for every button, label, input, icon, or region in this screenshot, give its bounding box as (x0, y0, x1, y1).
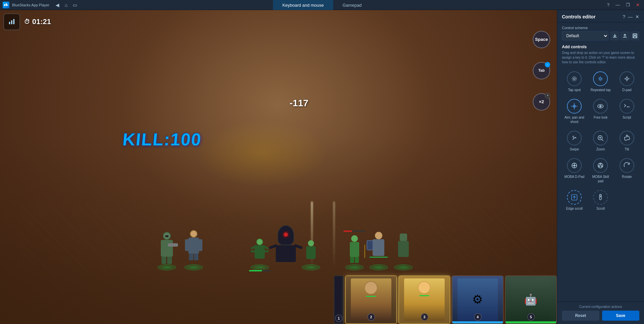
char-2 (183, 230, 204, 269)
enemy-2-platform (302, 264, 320, 270)
close-button[interactable]: ✕ (634, 2, 641, 8)
free-look-icon (593, 99, 608, 114)
enemy-3-legs (345, 257, 364, 263)
char-2-body (188, 238, 199, 254)
rotate-icon (620, 158, 634, 173)
tap-spot-icon (567, 71, 582, 86)
script-icon (620, 99, 634, 114)
player-shield-shield (367, 240, 373, 250)
card-1[interactable]: 1 (334, 275, 344, 324)
card-5-icon: 🤖 (524, 293, 537, 306)
enemy-1-arm-tl (251, 245, 257, 250)
control-aim-pan-shoot[interactable]: Aim, pan and shoot (562, 97, 587, 126)
enemy-1-platform (251, 264, 269, 270)
zoom-label: Zoom (596, 147, 605, 151)
card-3[interactable]: 3 (398, 275, 450, 324)
nav-window-button[interactable]: ▭ (71, 1, 79, 9)
control-scheme-select[interactable]: Default (562, 31, 608, 41)
nav-back-button[interactable]: ◀ (53, 1, 61, 9)
char-2-arm-l (185, 239, 189, 251)
enemy-3-hp-bar (343, 231, 365, 232)
controls-grid: Tap spot Repeated tap (562, 69, 639, 213)
minimize-button[interactable]: — (614, 2, 622, 8)
card-2[interactable]: 2 (345, 275, 397, 324)
card-5[interactable]: 🤖 5 (505, 275, 557, 324)
svg-point-37 (599, 166, 600, 167)
zoom-icon (593, 131, 608, 145)
char-1 (156, 232, 178, 269)
enemy-3-weapon (364, 245, 365, 258)
card-4[interactable]: ⚙ 4 (452, 275, 504, 324)
main-area: ⏱ 01:21 KILL:100 -117 Space Tab ○ ×2 ✕ (0, 10, 644, 324)
tab-bar-wrapper: Keyboard and mouse Gamepad (273, 0, 371, 11)
svg-rect-12 (626, 78, 628, 80)
control-moba-dpad[interactable]: MOBA D-Pad (562, 156, 587, 185)
control-moba-skill[interactable]: MOBA Skill pad (588, 156, 613, 185)
tap-spot-label: Tap spot (568, 88, 581, 92)
char-2-arm-r (198, 239, 202, 251)
svg-point-18 (574, 106, 575, 107)
add-controls-desc: Drag and drop an action on your game scr… (562, 51, 639, 65)
control-scroll[interactable]: Scroll (588, 188, 613, 213)
scheme-save-button[interactable] (631, 31, 639, 40)
controls-body: Control scheme Default (557, 22, 644, 301)
control-script[interactable]: Script (615, 97, 639, 126)
controls-minimize-icon[interactable]: — (628, 14, 633, 19)
char-1-leg-l (162, 257, 166, 264)
scheme-export-button[interactable] (621, 31, 629, 40)
energy-beam-2 (333, 202, 335, 269)
char-2-leg-l (189, 254, 193, 260)
reset-button[interactable]: Reset (562, 311, 599, 321)
svg-point-9 (573, 78, 575, 80)
svg-rect-0 (4, 4, 5, 6)
character-group-left (156, 230, 204, 269)
scheme-icons (610, 31, 639, 40)
boss-enemy (272, 225, 299, 269)
game-area[interactable]: ⏱ 01:21 KILL:100 -117 Space Tab ○ ×2 ✕ (0, 10, 557, 324)
aim-pan-shoot-label: Aim, pan and shoot (563, 115, 585, 124)
card-2-face (364, 281, 378, 295)
title-bar-left: BlueStacks App Player ◀ ⌂ ▭ (3, 1, 79, 9)
boss-arm-r (294, 244, 303, 249)
card-3-number: 3 (421, 313, 428, 321)
controls-close-icon[interactable]: ✕ (635, 14, 639, 19)
controls-footer: Current configuration actions Reset Save (557, 301, 644, 324)
save-button[interactable]: Save (602, 311, 640, 321)
control-edge-scroll[interactable]: Edge scroll (562, 188, 587, 213)
control-free-look[interactable]: Free look (588, 97, 613, 126)
footer-label: Current configuration actions (562, 305, 639, 309)
moba-dpad-icon (567, 158, 582, 173)
card-4-number: 4 (474, 313, 481, 321)
free-look-label: Free look (594, 115, 608, 120)
char-1-head (163, 232, 171, 240)
char-1-legs (156, 257, 178, 264)
boss-head (277, 225, 294, 245)
mech-platform (394, 264, 413, 270)
nav-home-button[interactable]: ⌂ (62, 1, 70, 9)
controls-help-icon[interactable]: ? (623, 14, 625, 19)
tab-gamepad[interactable]: Gamepad (333, 0, 371, 11)
control-rotate[interactable]: Rotate (615, 156, 639, 185)
card-4-hp-bar (452, 321, 503, 323)
svg-rect-8 (634, 36, 636, 38)
script-label: Script (623, 115, 631, 120)
add-controls-title: Add controls (562, 45, 639, 49)
enemy-3-leg-r (355, 257, 359, 263)
control-tilt[interactable]: Tilt (615, 129, 639, 153)
tab-keyboard-mouse[interactable]: Keyboard and mouse (273, 0, 333, 11)
control-repeated-tap[interactable]: Repeated tap (588, 69, 613, 94)
card-5-number: 5 (527, 313, 535, 321)
control-zoom[interactable]: Zoom (588, 129, 613, 153)
app-logo (3, 2, 9, 8)
edge-scroll-label: Edge scroll (566, 206, 582, 211)
enemy-3 (345, 235, 364, 269)
restore-button[interactable]: ❐ (624, 2, 632, 8)
control-swipe[interactable]: Swipe (562, 129, 587, 153)
help-button[interactable]: ? (605, 2, 611, 8)
control-d-pad[interactable]: D-pad (615, 69, 639, 94)
control-tap-spot[interactable]: Tap spot (562, 69, 587, 94)
swipe-icon (567, 131, 582, 145)
moba-skill-icon (593, 158, 608, 173)
scheme-import-button[interactable] (610, 31, 619, 40)
card-bar: 1 2 (0, 270, 557, 324)
